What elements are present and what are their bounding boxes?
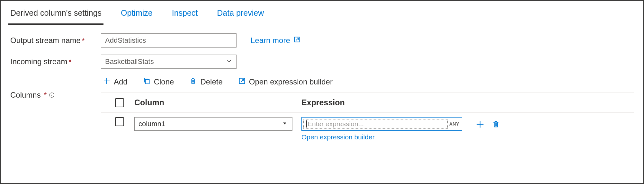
output-stream-input[interactable]: [101, 33, 237, 48]
columns-label: Columns*: [10, 91, 55, 100]
table-header: Column Expression: [101, 93, 634, 112]
required-indicator: *: [44, 91, 47, 99]
tab-data-preview[interactable]: Data preview: [215, 5, 266, 25]
add-button[interactable]: Add: [102, 76, 128, 88]
info-icon[interactable]: [49, 92, 55, 98]
output-stream-label: Output stream name*: [10, 36, 101, 45]
expression-placeholder: Enter expression...: [308, 120, 364, 128]
expression-input[interactable]: Enter expression... ANY: [301, 117, 462, 131]
clone-button[interactable]: Clone: [142, 76, 175, 88]
tab-bar: Derived column's settings Optimize Inspe…: [1, 1, 643, 25]
column-name-select[interactable]: column1: [134, 117, 292, 131]
open-expression-builder-button[interactable]: Open expression builder: [237, 76, 333, 88]
text-cursor: [306, 120, 307, 127]
external-link-icon: [238, 77, 246, 87]
incoming-stream-label: Incoming stream*: [10, 57, 101, 66]
tab-optimize[interactable]: Optimize: [119, 5, 155, 25]
incoming-stream-select[interactable]: BasketballStats: [101, 55, 237, 69]
svg-point-2: [51, 94, 52, 94]
delete-button[interactable]: Delete: [189, 76, 223, 88]
required-indicator: *: [68, 58, 71, 66]
external-link-icon: [293, 36, 300, 45]
column-header-column: Column: [134, 98, 301, 107]
caret-down-icon: [282, 120, 287, 128]
table-row: column1 Enter expression... ANY Open exp…: [101, 113, 634, 141]
learn-more-link[interactable]: Learn more: [251, 36, 300, 45]
add-row-button[interactable]: [475, 119, 485, 130]
trash-icon: [189, 77, 197, 87]
type-badge: ANY: [448, 121, 461, 127]
select-all-checkbox[interactable]: [115, 98, 124, 107]
plus-icon: [476, 120, 485, 130]
column-header-expression: Expression: [301, 98, 345, 107]
required-indicator: *: [82, 37, 85, 45]
plus-icon: [103, 77, 111, 87]
svg-rect-3: [145, 80, 149, 84]
tab-derived-column-settings[interactable]: Derived column's settings: [8, 5, 103, 25]
trash-icon: [492, 120, 500, 129]
delete-row-button[interactable]: [491, 119, 501, 130]
row-checkbox[interactable]: [115, 117, 124, 126]
open-expression-builder-link[interactable]: Open expression builder: [301, 133, 462, 141]
columns-toolbar: Add Clone: [101, 76, 634, 92]
tab-inspect[interactable]: Inspect: [170, 5, 200, 25]
copy-icon: [143, 77, 151, 87]
